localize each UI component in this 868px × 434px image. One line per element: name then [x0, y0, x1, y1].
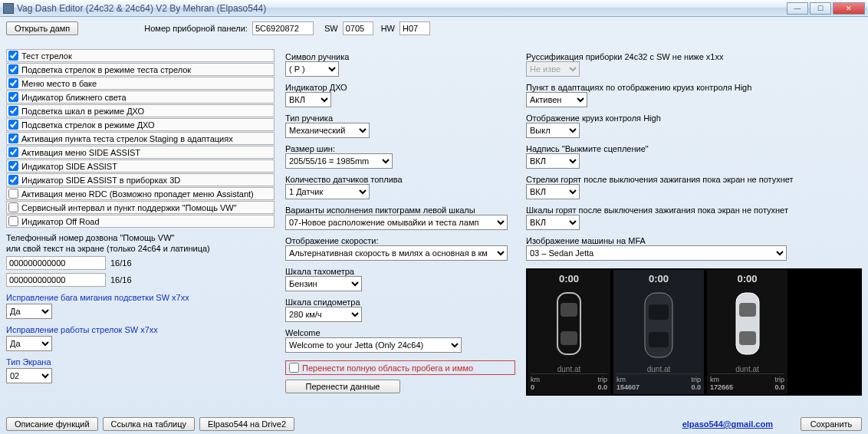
- mfa-car-image-select[interactable]: 03 – Sedan Jetta: [526, 245, 787, 261]
- preview-time: 0:00: [737, 273, 757, 284]
- arrows-after-off-select[interactable]: ВКЛ: [526, 184, 580, 199]
- checkbox-row[interactable]: Подсветка стрелок в режиме ДХО: [6, 118, 275, 131]
- maximize-button[interactable]: ☐: [810, 2, 831, 15]
- car-icon: [637, 289, 680, 361]
- checkbox-row[interactable]: Активация меню SIDE ASSIST: [6, 146, 275, 159]
- scales-after-off-select[interactable]: ВКЛ: [526, 215, 580, 230]
- phone1-input[interactable]: [6, 256, 106, 270]
- checkbox-label: Сервисный интервал и пункт поддержки "По…: [21, 203, 237, 212]
- checkbox[interactable]: [8, 51, 18, 61]
- handbrake-symbol-label: Символ ручника: [285, 52, 515, 61]
- checkbox-row[interactable]: Индикатор SIDE ASSIST в приборках 3D: [6, 173, 275, 186]
- hw-input[interactable]: [399, 21, 430, 35]
- close-button[interactable]: ✕: [833, 2, 865, 15]
- app-icon: [3, 3, 14, 14]
- checkbox-row[interactable]: Тест стрелок: [6, 49, 275, 62]
- tacho-scale-select[interactable]: Бензин: [285, 276, 362, 291]
- window-controls: — ☐ ✕: [787, 2, 865, 15]
- preview-2: 0:00 dunt.at km154607trip0.0: [613, 270, 704, 394]
- checkbox[interactable]: [8, 147, 18, 157]
- cruise-display-label: Отображение круиз контроля High: [526, 113, 862, 123]
- checkbox-row[interactable]: Подсветка шкал в режиме ДХО: [6, 104, 275, 117]
- preview-time: 0:00: [559, 273, 579, 284]
- handbrake-type-select[interactable]: Механический: [285, 123, 370, 138]
- checkbox-label: Активация меню RDC (Возможно пропадет ме…: [21, 189, 254, 199]
- checkbox[interactable]: [8, 161, 18, 171]
- checkbox-row[interactable]: Активация меню RDC (Возможно пропадет ме…: [6, 187, 275, 200]
- russification-label: Руссификация приборки 24c32 с SW не ниже…: [526, 52, 862, 61]
- checkbox[interactable]: [8, 92, 18, 102]
- panel-label: Номер приборной панели:: [144, 24, 248, 33]
- preview-time: 0:00: [649, 273, 669, 284]
- svg-rect-5: [649, 332, 669, 347]
- speedo-scale-select[interactable]: 280 км/ч: [285, 307, 362, 322]
- fixbug-select[interactable]: Да: [6, 304, 52, 319]
- fixbug-label: Исправление бага мигания подсветки SW x7…: [6, 293, 275, 302]
- window-title: Vag Dash Editor (24c32 & 24c64) V2 By Me…: [17, 3, 787, 14]
- checkbox[interactable]: [8, 106, 18, 116]
- checkbox-label: Подсветка стрелок в режиме ДХО: [21, 120, 155, 130]
- checkbox-row[interactable]: Индикатор SIDE ASSIST: [6, 159, 275, 173]
- checkbox-row[interactable]: Подсветка стрелок в режиме теста стрелок: [6, 63, 275, 76]
- cruise-adapt-label: Пункт в адаптациях по отображению круиз …: [526, 83, 862, 92]
- checkbox-row[interactable]: Меню место в баке: [6, 77, 275, 90]
- phone1-count: 16/16: [110, 258, 132, 268]
- panel-number-input[interactable]: [252, 21, 314, 35]
- preview-1: 0:00 dunt.at km0trip0.0: [528, 270, 610, 394]
- open-dump-button[interactable]: Открыть дамп: [6, 21, 78, 35]
- screentype-select[interactable]: 02: [6, 368, 52, 383]
- fuel-sensors-label: Количество датчиков топлива: [285, 175, 515, 184]
- transfer-mileage-checkbox[interactable]: Перенести полную область пробега и иммо: [285, 360, 515, 375]
- transfer-data-button[interactable]: Перенести данные: [285, 380, 400, 393]
- svg-rect-1: [561, 303, 577, 317]
- left-scale-pictogram-label: Варианты исполнения пиктограмм левой шка…: [285, 205, 515, 215]
- checkbox[interactable]: [8, 78, 18, 88]
- tire-size-select[interactable]: 205/55/16 = 1985mm: [285, 153, 393, 169]
- checkbox[interactable]: [8, 216, 18, 226]
- welcome-select[interactable]: Welcome to your Jetta (Only 24c64): [285, 337, 462, 353]
- svg-rect-3: [645, 293, 672, 357]
- checkbox[interactable]: [8, 133, 18, 143]
- save-button[interactable]: Сохранить: [801, 417, 862, 431]
- drl-indicator-select[interactable]: ВКЛ: [285, 92, 331, 107]
- checkbox[interactable]: [8, 120, 18, 130]
- clutch-select[interactable]: ВКЛ: [526, 153, 580, 169]
- cruise-display-select[interactable]: Выкл: [526, 123, 580, 138]
- tire-size-label: Размер шин:: [285, 144, 515, 153]
- phone-label2: или свой текст на экране (только 24c64 и…: [6, 244, 275, 253]
- clutch-label: Надпись "Выжмите сцепление": [526, 144, 862, 153]
- arrows-after-off-label: Стрелки горят после выключения зажигания…: [526, 175, 862, 184]
- fuel-sensors-select[interactable]: 1 Датчик: [285, 184, 370, 199]
- checkbox[interactable]: [8, 202, 18, 212]
- screentype-label: Тип Экрана: [6, 357, 275, 367]
- checkbox-row[interactable]: Активация пункта теста стрелок Staging в…: [6, 132, 275, 145]
- checkbox-row[interactable]: Сервисный интервал и пункт поддержки "По…: [6, 201, 275, 214]
- drl-indicator-label: Индикатор ДХО: [285, 83, 515, 92]
- fixarrow-select[interactable]: Да: [6, 336, 52, 351]
- checkbox[interactable]: [8, 175, 18, 185]
- functions-desc-button[interactable]: Описание функций: [6, 417, 98, 431]
- checkbox-row[interactable]: Индикатор Off Road: [6, 215, 275, 228]
- car-icon: [550, 289, 588, 358]
- transfer-mileage-cb[interactable]: [289, 363, 299, 373]
- handbrake-symbol-select[interactable]: ( P ): [285, 61, 339, 77]
- phone2-input[interactable]: [6, 273, 106, 287]
- checkbox-label: Активация пункта теста стрелок Staging в…: [21, 134, 233, 143]
- preview-3: 0:00 dunt.at km172665trip0.0: [707, 270, 787, 394]
- svg-rect-4: [649, 304, 669, 320]
- speed-display-select[interactable]: Альтернативная скорость в милях а основн…: [285, 245, 508, 261]
- checkbox[interactable]: [8, 189, 18, 199]
- minimize-button[interactable]: —: [787, 2, 808, 15]
- email-link[interactable]: elpaso544@gmail.com: [682, 419, 773, 429]
- column-middle: Символ ручника ( P ) Индикатор ДХО ВКЛ Т…: [285, 49, 515, 405]
- car-icon: [728, 289, 767, 358]
- scales-after-off-label: Шкалы горят после выключения зажигания п…: [526, 205, 862, 215]
- checkbox-row[interactable]: Индикатор ближнего света: [6, 90, 275, 104]
- top-row: Открыть дамп Номер приборной панели: SW …: [6, 20, 862, 40]
- cruise-adapt-select[interactable]: Активен: [526, 92, 587, 107]
- left-scale-pictogram-select[interactable]: 07-Новое расположение омывайки и теста л…: [285, 215, 508, 230]
- checkbox[interactable]: [8, 64, 18, 74]
- sw-input[interactable]: [343, 21, 373, 35]
- drive2-link-button[interactable]: Elpaso544 на Drive2: [199, 417, 294, 431]
- table-link-button[interactable]: Ссылка на таблицу: [103, 417, 195, 431]
